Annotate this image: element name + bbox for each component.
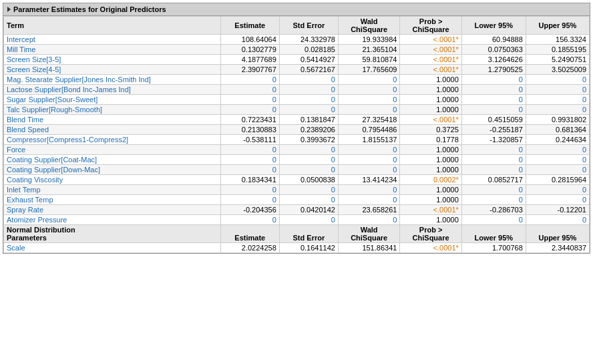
footer-col-estimate: Estimate [220,225,279,243]
footer-cell-3: 151.86341 [338,243,399,253]
cell-lower: 0.4515059 [461,115,526,125]
cell-prob: 1.0000 [400,195,461,205]
cell-term: Force [4,145,221,155]
main-panel: Parameter Estimates for Original Predict… [3,3,590,254]
col-estimate: Estimate [220,17,279,35]
cell-wald: 0 [338,145,399,155]
cell-prob: 1.0000 [400,105,461,115]
cell-wald: 0 [338,85,399,95]
cell-term: Exhaust Temp [4,195,221,205]
footer-cell-2: 0.1641142 [279,243,338,253]
cell-lower: 0 [461,75,526,85]
cell-prob: 1.0000 [400,155,461,165]
cell-prob: <.0001* [400,115,461,125]
table-footer: Normal DistributionParametersEstimateStd… [4,225,590,253]
cell-std-error: 0.0500838 [279,175,338,185]
parameter-table: Term Estimate Std Error WaldChiSquare Pr… [3,16,590,253]
cell-upper: 0 [526,155,589,165]
cell-upper: 156.3324 [526,35,589,45]
table-row: Force0001.000000 [4,145,590,155]
footer-cell-6: 2.3440837 [526,243,589,253]
cell-upper: 0 [526,215,589,225]
cell-std-error: 0 [279,195,338,205]
cell-prob: 1.0000 [400,95,461,105]
col-std-error: Std Error [279,17,338,35]
table-row: Blend Time0.72234310.138184727.325418<.0… [4,115,590,125]
cell-lower: 1.2790525 [461,65,526,75]
cell-std-error: 0 [279,75,338,85]
footer-col-upper: Upper 95% [526,225,589,243]
cell-wald: 21.365104 [338,45,399,55]
cell-upper: 0 [526,145,589,155]
panel-title: Parameter Estimates for Original Predict… [13,5,166,13]
cell-upper: 0.681364 [526,125,589,135]
cell-lower: 0 [461,85,526,95]
cell-lower: 0 [461,155,526,165]
table-row: Lactose Supplier[Bond Inc-James Ind]0001… [4,85,590,95]
footer-col-prob: Prob >ChiSquare [400,225,461,243]
table-row: Coating Supplier[Coat-Mac]0001.000000 [4,155,590,165]
collapse-icon[interactable] [7,7,11,12]
cell-std-error: 0.0420142 [279,205,338,215]
cell-term: Mag. Stearate Supplier[Jones Inc-Smith I… [4,75,221,85]
cell-term: Blend Speed [4,125,221,135]
cell-std-error: 0 [279,185,338,195]
cell-estimate: -0.538111 [220,135,279,145]
cell-upper: 0 [526,105,589,115]
footer-col-std: Std Error [279,225,338,243]
cell-upper: 0 [526,85,589,95]
table-row: Intercept108.6406424.33297819.933984<.00… [4,35,590,45]
cell-std-error: 0 [279,215,338,225]
cell-estimate: 0 [220,85,279,95]
cell-upper: 0.2815964 [526,175,589,185]
cell-estimate: 2.3907767 [220,65,279,75]
cell-estimate: 4.1877689 [220,55,279,65]
cell-wald: 0 [338,75,399,85]
cell-prob: 1.0000 [400,85,461,95]
cell-prob: 1.0000 [400,145,461,155]
cell-estimate: 0 [220,75,279,85]
cell-prob: 0.0002* [400,175,461,185]
cell-term: Coating Supplier[Coat-Mac] [4,155,221,165]
cell-wald: 17.765609 [338,65,399,75]
cell-term: Inlet Temp [4,185,221,195]
cell-term: Coating Viscosity [4,175,221,185]
cell-term: Talc Supplier[Rough-Smooth] [4,105,221,115]
column-headers: Term Estimate Std Error WaldChiSquare Pr… [4,17,590,35]
cell-lower: 0 [461,165,526,175]
table-row: Coating Viscosity0.18343410.050083813.41… [4,175,590,185]
cell-estimate: 0 [220,195,279,205]
cell-upper: 0.1855195 [526,45,589,55]
cell-lower: -1.320857 [461,135,526,145]
cell-upper: 3.5025009 [526,65,589,75]
cell-std-error: 0.3993672 [279,135,338,145]
cell-prob: <.0001* [400,65,461,75]
cell-lower: 0 [461,195,526,205]
cell-estimate: 0 [220,155,279,165]
table-row: Blend Speed0.21308830.23892060.79544860.… [4,125,590,135]
cell-estimate: 0 [220,105,279,115]
cell-estimate: 0 [220,95,279,105]
table-row: Talc Supplier[Rough-Smooth]0001.000000 [4,105,590,115]
cell-prob: 1.0000 [400,165,461,175]
table-row: Atomizer Pressure0001.000000 [4,215,590,225]
cell-upper: 0 [526,195,589,205]
table-row: Coating Supplier[Down-Mac]0001.000000 [4,165,590,175]
footer-cell-5: 1.700768 [461,243,526,253]
cell-term: Sugar Supplier[Sour-Sweet] [4,95,221,105]
cell-prob: <.0001* [400,35,461,45]
footer-col-lower: Lower 95% [461,225,526,243]
cell-term: Coating Supplier[Down-Mac] [4,165,221,175]
cell-std-error: 0.5672167 [279,65,338,75]
footer-cell-4: <.0001* [400,243,461,253]
table-row: Screen Size[3-5]4.18776890.541492759.810… [4,55,590,65]
footer-data-row: Scale2.02242580.1641142151.86341<.0001*1… [4,243,590,253]
cell-wald: 23.658261 [338,205,399,215]
col-wald-chi: WaldChiSquare [338,17,399,35]
cell-lower: 0 [461,215,526,225]
col-lower95: Lower 95% [461,17,526,35]
cell-wald: 0 [338,185,399,195]
cell-lower: 3.1264626 [461,55,526,65]
cell-std-error: 0 [279,155,338,165]
table-row: Mag. Stearate Supplier[Jones Inc-Smith I… [4,75,590,85]
